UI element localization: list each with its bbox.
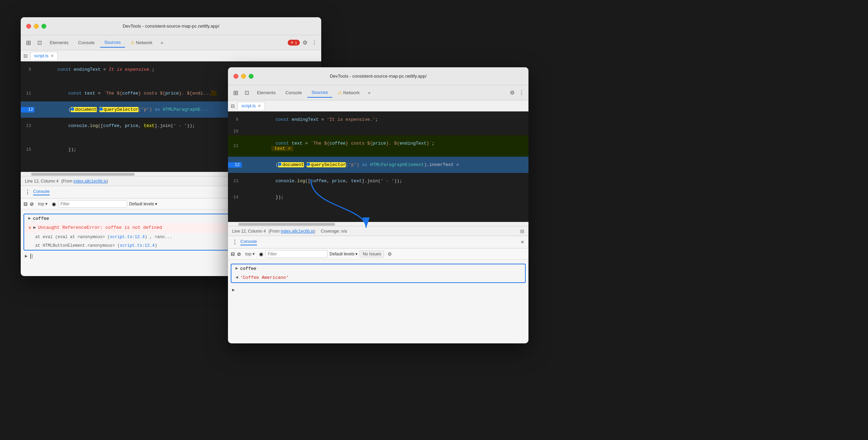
cursor-position-1: Line 12, Column 4: [25, 179, 58, 184]
devtools-tabs-2: ⊞ ⊡ Elements Console Sources ⚠ Network »…: [228, 85, 528, 100]
no-issues-badge: No Issues: [360, 251, 384, 257]
tabs-more-1[interactable]: »: [158, 39, 166, 47]
tab-sources-1[interactable]: Sources: [100, 38, 125, 48]
file-tab-script-1[interactable]: script.ts ✕: [30, 52, 58, 60]
source-link-1[interactable]: index.a8c1ec6b.js: [74, 179, 107, 184]
eye-icon-2[interactable]: ◉: [259, 251, 263, 257]
warning-icon-1: ⚠: [131, 40, 135, 45]
maximize-button-2[interactable]: [249, 74, 254, 79]
maximize-button[interactable]: [41, 24, 46, 29]
levels-dropdown-2[interactable]: Default levels ▾: [330, 252, 357, 256]
expand-icon-coffee-1[interactable]: ▶: [28, 216, 31, 222]
ban-icon-1[interactable]: ⊘: [30, 201, 34, 207]
scrollbar-thumb-2: [238, 223, 335, 226]
eye-icon-1[interactable]: ◉: [52, 201, 56, 207]
console-header-2: ⋮ Console ✕: [228, 236, 528, 248]
script-link-1[interactable]: script.ts:12.4: [110, 235, 145, 239]
console-item-coffee-2: ▶ coffee: [231, 264, 525, 273]
title-bar-2: DevTools - consistent-source-map-pc.netl…: [228, 67, 528, 85]
scrollbar-thumb-1: [31, 173, 135, 176]
error-circle-icon-1: ✕: [28, 225, 31, 232]
chevron-down-icon-2: ▾: [252, 251, 255, 256]
expand-error-1[interactable]: ▶: [33, 225, 36, 231]
cursor-position-2: Line 12, Column 4: [232, 229, 266, 234]
close-console-icon[interactable]: ✕: [521, 239, 524, 245]
console-toolbar-2: ⊟ ⊘ top ▾ ◉ Default levels ▾ No Issues ⚙: [228, 248, 528, 260]
warning-icon-2: ⚠: [338, 90, 342, 95]
levels-dropdown-1[interactable]: Default levels ▾: [129, 202, 157, 206]
status-bar-2: Line 12, Column 4 (From index.a8c1ec6b.j…: [228, 226, 528, 236]
chevron-down-icon-1: ▾: [45, 201, 48, 206]
file-tabs-1: ⊟ script.ts ✕: [21, 50, 321, 61]
traffic-lights-1: [26, 24, 46, 29]
file-tab-close-1[interactable]: ✕: [50, 53, 54, 58]
expand-icon-coffee-2[interactable]: ▶: [236, 266, 238, 272]
horizontal-scrollbar-2[interactable]: [228, 222, 528, 226]
context-selector-2[interactable]: top ▾: [243, 250, 257, 257]
inspect-icon-2[interactable]: ⊞: [231, 88, 240, 98]
sidebar-toggle-2[interactable]: ⊟: [231, 103, 235, 109]
file-tab-script-2[interactable]: script.ts ✕: [238, 102, 265, 110]
traffic-lights-2: [233, 74, 254, 79]
sidebar-console-icon-1[interactable]: ⊟: [23, 201, 28, 207]
script-link-2[interactable]: script.ts:12.4: [120, 243, 155, 248]
source-link-2[interactable]: index.a8c1ec6b.js: [281, 229, 314, 234]
more-options-icon-2[interactable]: ⋮: [517, 88, 526, 97]
chevron-down-icon-levels-2: ▾: [355, 252, 357, 256]
code-line-14-2: 14 });: [228, 189, 528, 205]
file-name-1: script.ts: [34, 53, 48, 58]
from-label-2: (From index.a8c1ec6b.js): [268, 229, 315, 234]
tab-console-1[interactable]: Console: [74, 38, 99, 47]
ban-icon-2[interactable]: ⊘: [237, 251, 241, 257]
gear-icon-1[interactable]: ⚙: [301, 38, 309, 47]
device-icon[interactable]: ⊡: [35, 38, 44, 48]
code-line-11-2: 11 const text = `The ${coffee} costs ${p…: [228, 135, 528, 157]
title-bar-1: DevTools - consistent-source-map-pc.netl…: [21, 17, 321, 35]
sidebar-toggle-1[interactable]: ⊟: [23, 53, 28, 59]
result-icon-2: ◀: [236, 275, 238, 281]
gear-console-icon[interactable]: ⚙: [388, 251, 392, 257]
code-line-10-2: 10: [228, 128, 528, 135]
tabs-more-2[interactable]: »: [365, 89, 373, 97]
device-icon-2[interactable]: ⊡: [242, 88, 251, 98]
close-button[interactable]: [26, 24, 31, 29]
console-title-2[interactable]: Console: [240, 239, 257, 245]
tab-elements-2[interactable]: Elements: [253, 88, 280, 97]
filter-input-2[interactable]: [265, 250, 327, 258]
tab-network-2[interactable]: ⚠ Network: [334, 88, 364, 97]
tab-sources-2[interactable]: Sources: [307, 88, 332, 98]
filter-input-1[interactable]: [58, 200, 127, 208]
gear-icon-2[interactable]: ⚙: [508, 88, 516, 97]
console-item-result-2: ◀ 'Coffee Americano': [231, 273, 525, 282]
console-dots-icon-1[interactable]: ⋮: [25, 189, 30, 195]
minimize-button-2[interactable]: [241, 74, 246, 79]
console-output-2: ▶ coffee ◀ 'Coffee Americano' ▶: [228, 260, 528, 297]
error-x-icon: ✕: [290, 40, 294, 45]
more-options-icon-1[interactable]: ⋮: [310, 38, 318, 47]
console-title-1[interactable]: Console: [33, 189, 50, 195]
console-highlight-box-2: ▶ coffee ◀ 'Coffee Americano': [231, 264, 526, 283]
devtools-window-2[interactable]: DevTools - consistent-source-map-pc.netl…: [228, 67, 528, 343]
tab-elements-1[interactable]: Elements: [46, 38, 73, 47]
file-tabs-2: ⊟ script.ts ✕: [228, 100, 528, 111]
tab-console-2[interactable]: Console: [281, 88, 306, 97]
console-dots-icon-2[interactable]: ⋮: [232, 239, 238, 245]
file-tab-close-2[interactable]: ✕: [258, 104, 261, 108]
code-line-9-2: 9 const endingText = 'It is expensive.';: [228, 111, 528, 128]
minimize-button[interactable]: [34, 24, 39, 29]
coverage-icon: ⊟: [520, 228, 524, 234]
context-selector-1[interactable]: top ▾: [36, 200, 50, 207]
tab-network-1[interactable]: ⚠ Network: [126, 38, 157, 47]
chevron-down-icon-levels-1: ▾: [155, 202, 157, 206]
sidebar-console-icon-2[interactable]: ⊟: [231, 251, 235, 257]
inspect-icon[interactable]: ⊞: [23, 38, 33, 48]
code-line-12-2-highlighted: 12 (document.querySelector('p') as HTMLP…: [228, 157, 528, 173]
window-title-1: DevTools - consistent-source-map-pc.netl…: [123, 23, 219, 29]
window-title-2: DevTools - consistent-source-map-pc.netl…: [330, 74, 427, 79]
coverage-text: Coverage: n/a: [321, 229, 347, 234]
devtools-tabs-1: ⊞ ⊡ Elements Console Sources ⚠ Network »…: [21, 35, 321, 50]
console-prompt-2[interactable]: ▶: [228, 286, 528, 294]
console-section-2: ⋮ Console ✕ ⊟ ⊘ top ▾ ◉ Default levels ▾…: [228, 236, 528, 332]
error-badge-1: ✕ 1: [288, 40, 300, 46]
close-button-2[interactable]: [233, 74, 238, 79]
